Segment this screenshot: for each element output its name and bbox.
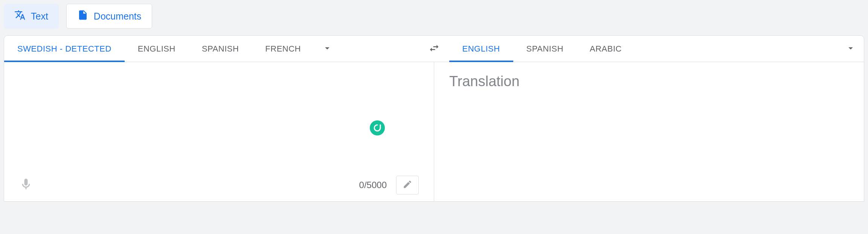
grammarly-icon[interactable] — [370, 120, 385, 135]
target-lang-side: ENGLISH SPANISH ARABIC — [449, 36, 864, 62]
mic-icon — [19, 186, 33, 192]
chevron-down-icon — [845, 43, 856, 55]
source-controls: 0/5000 — [19, 176, 419, 194]
voice-input-button[interactable] — [19, 178, 33, 193]
source-input[interactable] — [19, 73, 419, 149]
target-lang-spanish[interactable]: SPANISH — [513, 36, 577, 62]
chevron-down-icon — [322, 43, 333, 55]
language-bar: SWEDISH - DETECTED ENGLISH SPANISH FRENC… — [4, 36, 864, 62]
source-lang-french[interactable]: FRENCH — [252, 36, 314, 62]
tab-documents-label: Documents — [94, 11, 141, 22]
source-lang-detected[interactable]: SWEDISH - DETECTED — [4, 36, 125, 62]
translate-icon — [14, 9, 26, 23]
source-right-controls: 0/5000 — [359, 176, 419, 194]
target-lang-arabic[interactable]: ARABIC — [577, 36, 635, 62]
source-lang-side: SWEDISH - DETECTED ENGLISH SPANISH FRENC… — [4, 36, 419, 62]
source-pane: 0/5000 — [4, 62, 434, 201]
char-count: 0/5000 — [359, 180, 387, 190]
target-pane: Translation — [434, 62, 864, 201]
tab-documents[interactable]: Documents — [66, 4, 152, 29]
pencil-icon — [403, 179, 412, 191]
swap-languages-button[interactable] — [419, 36, 449, 62]
translate-panes: 0/5000 Translation — [4, 62, 864, 201]
translate-card: SWEDISH - DETECTED ENGLISH SPANISH FRENC… — [4, 35, 864, 202]
target-lang-english[interactable]: ENGLISH — [449, 36, 513, 62]
swap-icon — [429, 43, 440, 55]
source-lang-english[interactable]: ENGLISH — [125, 36, 189, 62]
mode-tabs: Text Documents — [0, 0, 868, 32]
handwriting-button[interactable] — [396, 176, 419, 194]
tab-text-label: Text — [31, 11, 48, 22]
source-lang-dropdown[interactable] — [314, 36, 340, 62]
target-lang-dropdown[interactable] — [837, 36, 864, 62]
document-icon — [77, 9, 88, 23]
tab-text[interactable]: Text — [4, 4, 59, 29]
source-lang-spanish[interactable]: SPANISH — [189, 36, 252, 62]
translation-placeholder: Translation — [449, 73, 849, 90]
